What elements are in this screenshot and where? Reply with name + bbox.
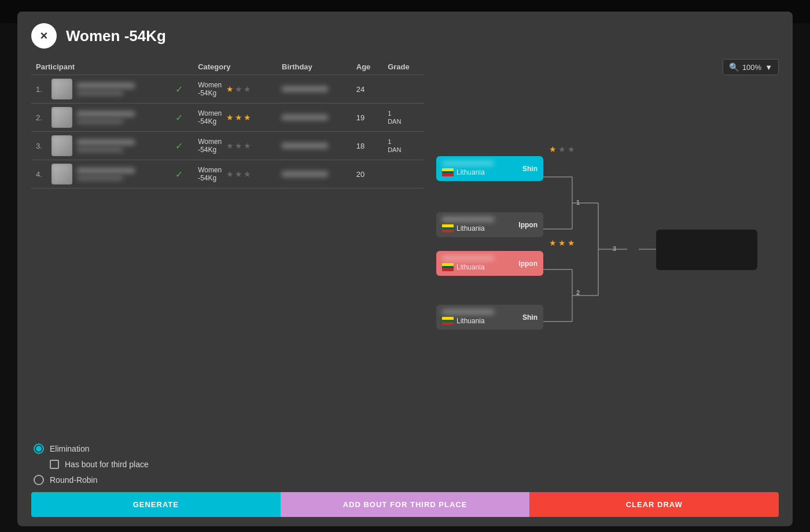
bracket-card-2-score: Ippon [518,221,537,229]
add-bout-button[interactable]: ADD BOUT FOR THIRD PLACE [281,492,530,517]
round-label-1: 1 [576,199,580,206]
modal-title: Women -54Kg [66,27,166,45]
bracket-stars-3: ★ ★ ★ [549,238,575,247]
flag-lt-icon [442,168,454,176]
bracket-card-4-country-row: Lithuania [442,317,494,325]
bracket-card-1-info: Lithuania [442,161,494,176]
bracket-card-2-info: Lithuania [442,217,494,232]
bracket-card-4-info: Lithuania [442,309,494,325]
check-cell: ✓ [171,132,193,160]
bracket-card-1-country: Lithuania [456,168,485,176]
elimination-radio[interactable] [34,444,44,454]
generate-button[interactable]: GENERATE [31,492,281,517]
avatar [51,135,72,156]
close-button[interactable]: × [31,23,57,49]
zoom-chevron: ▼ [765,63,772,72]
th-check [171,59,193,75]
bracket-stars-1: ★ ★ ★ [549,145,575,154]
grade-cell: 1DAN [383,132,425,160]
grade-cell [383,75,425,104]
birthday-value [282,171,328,177]
bracket-card-4-score: Shin [522,313,537,322]
grade-cell: 1DAN [383,104,425,132]
round-robin-radio[interactable] [34,475,44,485]
category-cell: Women-54Kg ★★★ [193,104,277,132]
zoom-control[interactable]: 🔍 100% ▼ [723,59,779,75]
table-row: 4. ✓ Women-54Kg ★★★ 20 [31,160,425,189]
bracket-card-3: Lithuania Ippon [436,251,543,276]
zoom-level: 100% [742,63,761,72]
participant-info [77,111,135,124]
category-cell: Women-54Kg ★★★ [193,160,277,189]
category-text: Women-54Kg [198,109,222,125]
star-empty: ★ [558,145,566,154]
star-filled: ★ [558,238,566,247]
participant-name [77,139,135,145]
bracket-card-4-name [442,309,494,315]
third-place-row[interactable]: Has bout for third place [50,460,779,469]
modal-header: × Women -54Kg [31,23,779,49]
bracket-card-3-name [442,256,494,261]
birthday-cell [277,75,352,104]
th-age: Age [352,59,383,75]
check-cell: ✓ [171,104,193,132]
round-robin-label: Round-Robin [50,475,98,485]
bracket-card-2-country: Lithuania [456,224,485,232]
th-birthday: Birthday [277,59,352,75]
category-text: Women-54Kg [198,166,222,182]
radio-options: Elimination Has bout for third place Rou… [34,444,779,485]
star-filled-icon: ★ [235,113,242,122]
bracket-card-3-country: Lithuania [456,263,485,271]
category-cell: Women-54Kg ★★★ [193,75,277,104]
bracket-card-1-country-row: Lithuania [442,168,494,176]
star-filled: ★ [568,238,575,247]
participant-sub [77,119,123,124]
star-filled-icon: ★ [226,84,234,94]
modal-footer: Elimination Has bout for third place Rou… [31,444,779,517]
star-filled-icon: ★ [226,113,234,122]
stars: ★★★ [226,113,251,122]
table-scroll[interactable]: Participant Category Birthday Age Grade … [31,59,425,189]
bracket-card-1-inner: Lithuania Shin [436,156,543,181]
participant-cell [47,132,171,160]
flag-lt-icon [442,317,454,325]
third-place-checkbox[interactable] [50,460,59,469]
participant-cell [47,160,171,189]
stars: ★★★ [226,169,251,179]
close-icon: × [41,29,48,42]
star-empty-icon: ★ [244,84,251,94]
star-empty-icon: ★ [235,141,242,150]
star-empty: ★ [568,145,575,154]
bracket-card-2-country-row: Lithuania [442,224,494,232]
table-row: 1. ✓ Women-54Kg ★★★ 24 [31,75,425,104]
age-cell: 20 [352,160,383,189]
category-text: Women-54Kg [198,81,222,97]
elimination-row[interactable]: Elimination [34,444,779,454]
participant-sub [77,176,123,180]
participant-name [77,83,135,88]
participant-info [77,139,135,152]
th-grade: Grade [383,59,425,75]
participant-info [77,168,135,180]
bracket-card-2-inner: Lithuania Ippon [436,212,543,237]
table-row: 2. ✓ Women-54Kg ★★★ 191DAN [31,104,425,132]
participant-cell [47,75,171,104]
star-empty-icon: ★ [244,141,251,150]
clear-draw-button[interactable]: CLEAR DRAW [529,492,779,517]
checkmark-icon: ✓ [175,169,183,179]
row-number: 3. [31,132,47,160]
bracket-card-3-score: Ippon [518,260,537,268]
bracket-card-3-info: Lithuania [442,256,494,271]
age-cell: 19 [352,104,383,132]
star-filled: ★ [549,238,557,247]
birthday-value [282,86,328,92]
row-number: 4. [31,160,47,189]
age-cell: 24 [352,75,383,104]
round-label-2: 2 [576,289,580,296]
check-cell: ✓ [171,75,193,104]
check-cell: ✓ [171,160,193,189]
round-robin-row[interactable]: Round-Robin [34,475,779,485]
participant-name [77,111,135,117]
participants-table: Participant Category Birthday Age Grade … [31,59,425,189]
row-number: 1. [31,75,47,104]
